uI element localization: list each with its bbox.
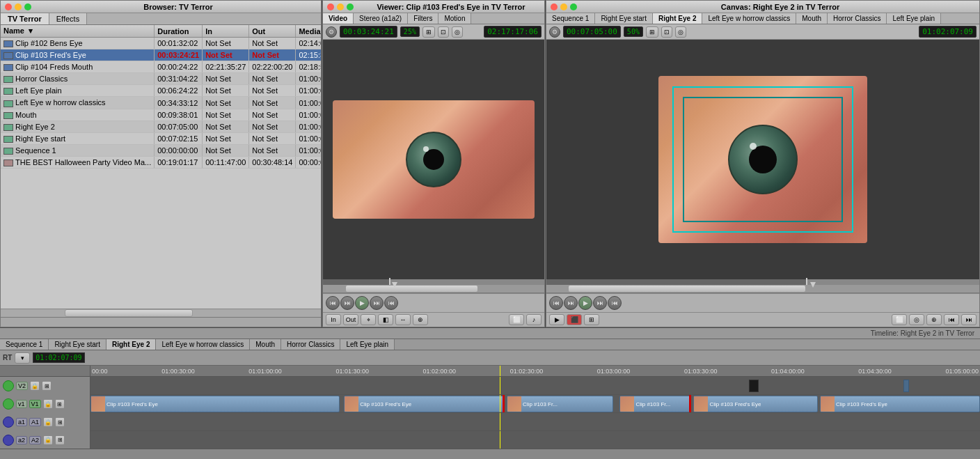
viewer-match-btn[interactable]: ↔	[395, 314, 411, 325]
a1-vis-btn[interactable]: ⊞	[55, 417, 65, 427]
viewer-mark-btn[interactable]: ⌖	[361, 314, 376, 325]
browser-table-container[interactable]: Name ▾ Duration In Out Media S Clip #102…	[1, 25, 321, 309]
viewer-next-edit-btn[interactable]: ⏭	[370, 296, 384, 310]
timeline-tab-horror-classics[interactable]: Horror Classics	[281, 339, 340, 350]
viewer-prev-edit-btn[interactable]: ⏭	[340, 296, 354, 310]
viewer-tab-motion[interactable]: Motion	[438, 13, 471, 24]
viewer-in-btn[interactable]: In	[326, 314, 341, 325]
viewer-out-btn[interactable]: Out	[343, 314, 358, 325]
canvas-tab-left-eye-plain[interactable]: Left Eye plain	[887, 13, 941, 24]
v1-clip-2[interactable]: Clip #103 Fred's Eye	[344, 396, 504, 412]
canvas-play-btn[interactable]: ▶	[578, 296, 592, 310]
a1-enabled-btn[interactable]	[3, 417, 14, 428]
v1-clip-5[interactable]: Clip #103 Fred's Eye	[693, 396, 818, 412]
browser-tab-effects[interactable]: Effects	[49, 13, 87, 24]
v1-clip-1[interactable]: Clip #103 Fred's Eye	[90, 396, 340, 412]
viewer-go-end-btn[interactable]: ⏮	[384, 296, 398, 310]
table-row[interactable]: THE BEST Halloween Party Video Ma... 00:…	[1, 156, 321, 168]
table-row[interactable]: Right Eye 2 00:07:05:00 Not Set Not Set …	[1, 120, 321, 132]
canvas-tab-horror-classics[interactable]: Horror Classics	[828, 13, 887, 24]
canvas-extra-btn4[interactable]: ⏮	[944, 314, 959, 325]
v2-clip-1[interactable]	[749, 380, 759, 392]
canvas-minimize-btn[interactable]	[560, 3, 567, 10]
col-duration[interactable]: Duration	[155, 25, 203, 38]
canvas-close-btn[interactable]	[551, 3, 558, 10]
a2-vis-btn[interactable]: ⊞	[55, 435, 65, 445]
canvas-record-btn[interactable]: ⬛	[567, 314, 582, 325]
viewer-audio-btn[interactable]: ♪	[526, 314, 542, 325]
v2-clip-2[interactable]	[903, 380, 909, 392]
timeline-tab-left-eye-horrow[interactable]: Left Eye w horrow classics	[156, 339, 250, 350]
canvas-tab-seq1[interactable]: Sequence 1	[546, 13, 595, 24]
canvas-tab-mouth[interactable]: Mouth	[796, 13, 828, 24]
canvas-extra-btn5[interactable]: ⏭	[961, 314, 977, 325]
viewer-timeline-bar[interactable]	[323, 285, 544, 293]
canvas-maximize-btn[interactable]	[570, 3, 577, 10]
timeline-tab-left-eye-plain[interactable]: Left Eye plain	[340, 339, 395, 350]
browser-minimize-btn[interactable]	[15, 3, 22, 10]
track-v2-content[interactable]	[90, 377, 980, 395]
canvas-extra-btn1[interactable]: ⬜	[892, 314, 907, 325]
canvas-fit-btn[interactable]: ⊞	[646, 26, 658, 38]
a1-lock-btn[interactable]: 🔒	[43, 417, 53, 427]
v1-clip-6[interactable]: Clip #103 Fred's Eye	[820, 396, 980, 412]
canvas-go-end-btn[interactable]: ⏮	[608, 296, 622, 310]
timeline-tab-seq1[interactable]: Sequence 1	[0, 339, 49, 350]
track-v1-content[interactable]: Clip #103 Fred's Eye Clip #103 Fred's Ey…	[90, 395, 980, 413]
canvas-source-btn[interactable]: ⊞	[584, 314, 599, 325]
canvas-tab-right-eye-start[interactable]: Right Eye start	[595, 13, 653, 24]
a2-lock-btn[interactable]: 🔒	[43, 435, 53, 445]
table-row[interactable]: Clip #102 Bens Eye 00:01:32:02 Not Set N…	[1, 38, 321, 49]
col-media[interactable]: Media S	[296, 25, 321, 38]
viewer-clip-btn[interactable]: ◧	[378, 314, 393, 325]
timeline-tab-right-eye-2[interactable]: Right Eye 2	[106, 339, 156, 350]
browser-tab-tv-terror[interactable]: TV Terror	[1, 13, 49, 24]
col-name[interactable]: Name ▾	[1, 25, 155, 38]
track-a2-content[interactable]	[90, 431, 980, 449]
rt-dropdown[interactable]: ▾	[15, 352, 30, 364]
timeline-timecode[interactable]: 01:02:07:09	[33, 352, 84, 363]
a2-enabled-btn[interactable]	[3, 435, 14, 446]
table-row[interactable]: Horror Classics 00:31:04:22 Not Set Not …	[1, 73, 321, 85]
viewer-close-btn[interactable]	[327, 3, 334, 10]
v2-vis-btn[interactable]: ⊞	[42, 381, 52, 391]
viewer-aspect-btn[interactable]: ⊡	[438, 26, 449, 38]
table-row[interactable]: Sequence 1 00:00:00:00 Not Set Not Set 0…	[1, 144, 321, 156]
col-out[interactable]: Out	[249, 25, 296, 38]
canvas-extra-btn2[interactable]: ◎	[909, 314, 924, 325]
v1-clip-3[interactable]: Clip #103 Fr...	[507, 396, 613, 412]
table-row[interactable]: Left Eye w horrow classics 00:34:33:12 N…	[1, 97, 321, 109]
canvas-extra-btn3[interactable]: ⊕	[926, 314, 942, 325]
v2-enabled-btn[interactable]	[3, 380, 14, 391]
browser-scrollbar-thumb[interactable]	[65, 309, 193, 317]
canvas-timecode[interactable]: 00:07:05:00	[563, 26, 621, 38]
browser-maximize-btn[interactable]	[24, 3, 31, 10]
viewer-duration[interactable]: 02:17:17:06	[484, 26, 542, 38]
table-row[interactable]: Clip #104 Freds Mouth 00:00:24:22 02:21:…	[1, 61, 321, 73]
viewer-tab-stereo[interactable]: Stereo (a1a2)	[354, 13, 408, 24]
viewer-maximize-btn[interactable]	[347, 3, 354, 10]
timeline-tab-right-eye-start[interactable]: Right Eye start	[49, 339, 106, 350]
col-in[interactable]: In	[203, 25, 249, 38]
canvas-overlay-btn[interactable]: ◎	[675, 26, 686, 38]
viewer-fit-btn[interactable]: ⊞	[422, 26, 435, 38]
canvas-edit-overlay-btn[interactable]: ▶	[549, 314, 564, 325]
v1-clip-4[interactable]: Clip #103 Fr...	[619, 396, 690, 412]
browser-scrollbar-h[interactable]	[1, 309, 321, 317]
v1-lock-btn[interactable]: 🔒	[43, 399, 53, 409]
table-row[interactable]: Mouth 00:09:38:01 Not Set Not Set 01:00:…	[1, 109, 321, 120]
viewer-tab-video[interactable]: Video	[323, 13, 354, 24]
canvas-tab-left-eye-horrow[interactable]: Left Eye w horrow classics	[702, 13, 796, 24]
canvas-duration[interactable]: 01:02:07:09	[919, 26, 977, 38]
canvas-scrubber-bar[interactable]	[546, 279, 979, 285]
viewer-merge-btn[interactable]: ⊕	[413, 314, 428, 325]
canvas-next-edit-btn[interactable]: ⏭	[593, 296, 607, 310]
canvas-zoom[interactable]: 50%	[624, 26, 643, 37]
viewer-zoom[interactable]: 25%	[400, 26, 420, 37]
canvas-prev-edit-btn[interactable]: ⏭	[564, 296, 578, 310]
timeline-tab-mouth[interactable]: Mouth	[250, 339, 281, 350]
viewer-play-btn[interactable]: ▶	[355, 296, 369, 310]
viewer-tab-filters[interactable]: Filters	[408, 13, 438, 24]
v2-lock-btn[interactable]: 🔒	[30, 381, 40, 391]
canvas-timeline-thumb[interactable]	[568, 285, 806, 293]
